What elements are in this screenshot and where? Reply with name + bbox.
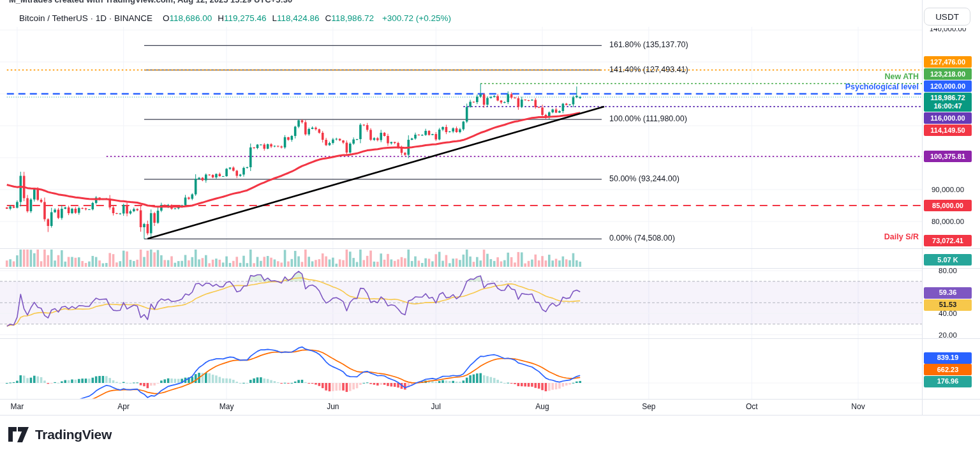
time-axis-month: Nov [851, 402, 865, 411]
ohlc-letter: H [218, 13, 224, 23]
tradingview-logo-icon [8, 426, 29, 443]
fib-level-label: 161.80% (135,137.70) [609, 40, 688, 49]
symbol-bar: Bitcoin / TetherUS · 1D · BINANCE O118,6… [19, 10, 451, 27]
time-axis-month: Jun [327, 402, 339, 411]
volume-label: 5.07 K [924, 254, 972, 266]
symbol-title[interactable]: Bitcoin / TetherUS · 1D · BINANCE [19, 13, 152, 23]
rsi-axis-tick: 40.00 [924, 310, 972, 317]
time-axis-month: May [219, 402, 234, 411]
watermark-text: M_Mtrades created with TradingView.com, … [9, 0, 292, 4]
level-price-label: 120,000.00 [924, 80, 972, 92]
axis-tick: 90,000.00 [924, 186, 972, 193]
chart-canvas[interactable] [0, 0, 980, 457]
psychological-level-label: Psychological level [845, 82, 919, 91]
chart-window: M_Mtrades created with TradingView.com, … [0, 0, 980, 457]
ohlc-letter: L [272, 13, 278, 23]
level-price-label: 73,072.41 [924, 235, 972, 246]
level-price-label: 123,218.00 [924, 68, 972, 80]
daily-sr-label: Daily S/R [884, 232, 919, 241]
ohlc-value: 118,424.86 [277, 13, 320, 23]
fib-level-label: 50.00% (93,244.00) [609, 174, 679, 183]
change-value: +300.72 (+0.25%) [382, 13, 451, 23]
countdown: 16:00:47 [933, 102, 961, 110]
fib-level-label: 100.00% (111,980.00) [609, 114, 687, 123]
fib-level-label: 141.40% (127,493.41) [609, 65, 688, 74]
ohlc-letter: O [163, 13, 170, 23]
level-price-label: 114,149.50 [924, 124, 972, 136]
macd-value-label: 839.19 [924, 352, 972, 364]
level-price-label: 127,476.00 [924, 56, 972, 68]
time-axis-month: Mar [11, 402, 24, 411]
current-price-label: 118,986.7216:00:47 [924, 93, 972, 112]
macd-value-label: 662.23 [924, 364, 972, 375]
ohlc-values: O118,686.00H119,275.46L118,424.86C118,98… [163, 13, 380, 23]
axis-tick: 80,000.00 [924, 218, 972, 225]
rsi-value-label: 59.36 [924, 287, 972, 299]
axis-tick: 140,000.00 [924, 28, 972, 34]
footer: TradingView [8, 426, 112, 443]
level-price-label: 100,375.81 [924, 151, 972, 162]
new-ath-label: New ATH [885, 72, 919, 81]
ohlc-value: 119,275.46 [224, 13, 267, 23]
ohlc-value: 118,986.72 [331, 13, 374, 23]
rsi-axis-tick: 20.00 [924, 331, 972, 339]
level-price-label: 85,000.00 [924, 200, 972, 211]
fib-level-label: 0.00% (74,508.00) [609, 234, 675, 243]
time-axis-month: Aug [535, 402, 549, 411]
time-axis-month: Apr [117, 402, 130, 411]
tradingview-logo-text[interactable]: TradingView [35, 427, 112, 442]
time-axis-month: Sep [642, 402, 655, 411]
currency-toggle-button[interactable]: USDT [924, 8, 970, 26]
time-axis-month: Oct [746, 402, 758, 411]
rsi-ma-value-label: 51.53 [924, 299, 972, 311]
rsi-axis-tick: 80.00 [924, 267, 972, 274]
watermark: M_Mtrades created with TradingView.com, … [0, 0, 574, 5]
macd-value-label: 176.96 [924, 376, 972, 387]
time-axis-month: Jul [431, 402, 441, 411]
ohlc-value: 118,686.00 [170, 13, 212, 23]
ohlc-letter: C [325, 13, 332, 23]
level-price-label: 116,000.00 [924, 112, 972, 124]
